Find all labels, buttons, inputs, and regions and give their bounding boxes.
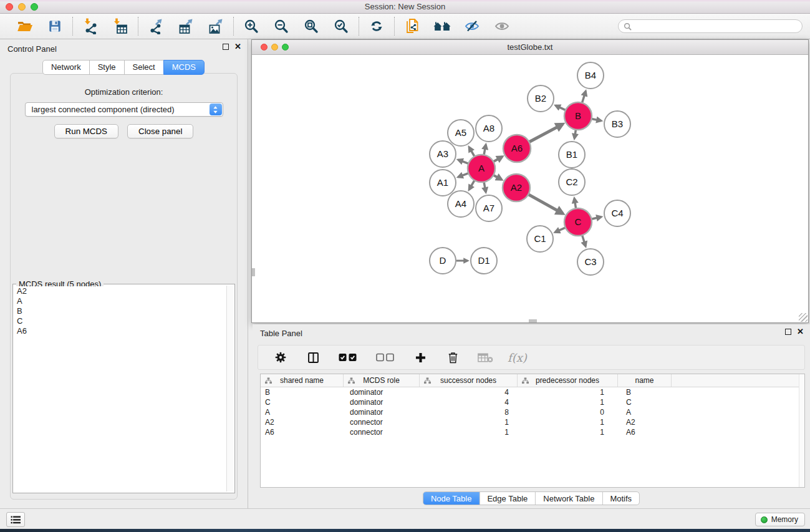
fx-function-button[interactable]: f(x) bbox=[508, 351, 527, 364]
float-panel-icon[interactable] bbox=[223, 44, 229, 50]
node-D1[interactable]: D1 bbox=[471, 248, 497, 274]
result-item[interactable]: A2 bbox=[15, 286, 226, 296]
node-A1[interactable]: A1 bbox=[430, 170, 456, 196]
table-row[interactable]: Cdominator41C bbox=[261, 397, 804, 407]
task-history-button[interactable] bbox=[6, 512, 25, 527]
edge-C-C4[interactable] bbox=[591, 217, 601, 219]
tab-mcds[interactable]: MCDS bbox=[163, 60, 205, 75]
node-A6[interactable]: A6 bbox=[503, 135, 531, 162]
tab-style[interactable]: Style bbox=[89, 60, 125, 75]
close-panel-icon[interactable]: ✕ bbox=[234, 44, 241, 50]
edge-B-B1[interactable] bbox=[574, 130, 576, 138]
column-header-shared-name[interactable]: shared name bbox=[261, 374, 344, 387]
edge-C-C3[interactable] bbox=[582, 235, 586, 246]
column-header-name[interactable]: name bbox=[618, 374, 672, 387]
edge-A-A8[interactable] bbox=[484, 145, 486, 155]
edge-C-C1[interactable] bbox=[555, 228, 566, 232]
edge-A2-C[interactable] bbox=[528, 195, 562, 214]
memory-button[interactable]: Memory bbox=[755, 513, 805, 526]
column-header-successor-nodes[interactable]: successor nodes bbox=[420, 374, 518, 387]
show-hide-button[interactable] bbox=[492, 16, 512, 36]
criterion-dropdown[interactable]: largest connected component (directed) bbox=[25, 102, 223, 117]
home-network-button[interactable] bbox=[432, 16, 452, 36]
edge-A-A7[interactable] bbox=[484, 182, 486, 192]
edge-A-A3[interactable] bbox=[458, 160, 469, 163]
search-field[interactable] bbox=[618, 19, 803, 33]
table-settings-button[interactable] bbox=[271, 347, 291, 367]
edge-A-A5[interactable] bbox=[469, 147, 475, 157]
edge-B-B3[interactable] bbox=[592, 118, 602, 120]
table-row[interactable]: A2connector11A2 bbox=[261, 417, 804, 427]
node-A5[interactable]: A5 bbox=[448, 120, 474, 146]
zoom-window-button[interactable] bbox=[31, 3, 38, 11]
run-mcds-button[interactable]: Run MCDS bbox=[54, 124, 118, 138]
node-A7[interactable]: A7 bbox=[476, 195, 502, 221]
deselect-all-button[interactable] bbox=[373, 347, 398, 367]
import-network-button[interactable] bbox=[80, 16, 100, 36]
node-C4[interactable]: C4 bbox=[604, 200, 630, 226]
import-table-button[interactable] bbox=[110, 16, 130, 36]
tab-node-table[interactable]: Node Table bbox=[423, 492, 480, 505]
destroy-table-button[interactable] bbox=[475, 347, 495, 367]
result-item[interactable]: C bbox=[15, 316, 226, 326]
node-A3[interactable]: A3 bbox=[430, 141, 456, 167]
node-B1[interactable]: B1 bbox=[559, 142, 585, 168]
node-C1[interactable]: C1 bbox=[527, 226, 553, 252]
select-all-button[interactable] bbox=[335, 347, 360, 367]
table-scrollbar[interactable] bbox=[799, 374, 804, 487]
edge-B-B2[interactable] bbox=[556, 105, 566, 110]
node-table[interactable]: shared nameMCDS rolesuccessor nodesprede… bbox=[260, 374, 805, 488]
tab-network[interactable]: Network bbox=[42, 60, 90, 75]
column-header-MCDS-role[interactable]: MCDS role bbox=[344, 374, 420, 387]
result-item[interactable]: A bbox=[15, 296, 226, 306]
node-D[interactable]: D bbox=[430, 248, 456, 274]
zoom-in-button[interactable] bbox=[241, 16, 261, 36]
add-column-button[interactable] bbox=[410, 347, 430, 367]
node-B4[interactable]: B4 bbox=[577, 62, 604, 89]
horizontal-scrollbar[interactable] bbox=[529, 319, 537, 322]
node-A4[interactable]: A4 bbox=[448, 191, 474, 217]
resize-grip[interactable] bbox=[799, 313, 808, 322]
zoom-out-button[interactable] bbox=[271, 16, 291, 36]
network-close-button[interactable] bbox=[261, 44, 268, 51]
edge-A-A4[interactable] bbox=[469, 180, 475, 190]
search-input[interactable] bbox=[635, 22, 797, 31]
tab-edge-table[interactable]: Edge Table bbox=[479, 492, 535, 505]
result-scrollbar[interactable] bbox=[226, 286, 233, 491]
edge-B-B4[interactable] bbox=[582, 91, 586, 103]
minimize-window-button[interactable] bbox=[18, 3, 26, 11]
network-window-titlebar[interactable]: testGlobe.txt bbox=[252, 40, 808, 55]
clone-network-button[interactable] bbox=[402, 16, 422, 36]
node-C2[interactable]: C2 bbox=[559, 169, 585, 195]
mcds-result-list[interactable]: A2ABCA6 bbox=[15, 286, 226, 491]
zoom-selected-button[interactable] bbox=[331, 16, 351, 36]
node-A8[interactable]: A8 bbox=[476, 115, 502, 142]
network-graph[interactable]: AA1A2A3A4A5A6A7A8BB1B2B3B4CC1C2C3C4DD1 bbox=[252, 56, 808, 323]
edge-A-A2[interactable] bbox=[493, 175, 501, 180]
toggle-details-button[interactable] bbox=[462, 16, 482, 36]
save-session-button[interactable] bbox=[45, 16, 65, 36]
network-zoom-button[interactable] bbox=[282, 44, 289, 51]
node-A[interactable]: A bbox=[468, 155, 495, 182]
edge-A6-B[interactable] bbox=[529, 124, 562, 142]
open-session-button[interactable] bbox=[15, 16, 35, 36]
table-row[interactable]: Bdominator41B bbox=[261, 387, 804, 397]
edge-A-A1[interactable] bbox=[458, 173, 469, 177]
result-item[interactable]: B bbox=[15, 306, 226, 316]
tab-motifs[interactable]: Motifs bbox=[602, 492, 639, 505]
show-columns-button[interactable] bbox=[303, 347, 323, 367]
edge-A-A6[interactable] bbox=[493, 157, 502, 162]
node-C[interactable]: C bbox=[564, 208, 592, 236]
vertical-scrollbar[interactable] bbox=[252, 268, 255, 276]
network-minimize-button[interactable] bbox=[271, 44, 278, 51]
export-network-button[interactable] bbox=[146, 16, 166, 36]
close-panel-button[interactable]: Close panel bbox=[127, 124, 193, 138]
result-item[interactable]: A6 bbox=[15, 326, 226, 336]
node-B[interactable]: B bbox=[564, 102, 592, 130]
refresh-button[interactable] bbox=[367, 16, 387, 36]
zoom-fit-button[interactable] bbox=[301, 16, 321, 36]
tab-network-table[interactable]: Network Table bbox=[535, 492, 602, 505]
export-image-button[interactable] bbox=[206, 16, 226, 36]
node-B2[interactable]: B2 bbox=[528, 85, 554, 112]
node-C3[interactable]: C3 bbox=[577, 249, 604, 275]
